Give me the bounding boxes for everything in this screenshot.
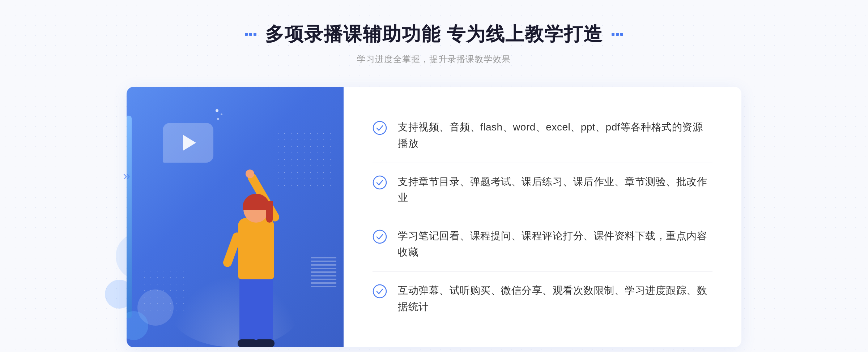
dot-4 [612, 33, 614, 36]
left-panel [127, 87, 344, 347]
svg-point-0 [373, 121, 386, 134]
feature-text-3: 学习笔记回看、课程提问、课程评论打分、课件资料下载，重点内容收藏 [398, 228, 712, 261]
main-title: 多项录播课辅助功能 专为线上教学打造 [265, 22, 603, 47]
feature-item-3: 学习笔记回看、课程提问、课程评论打分、课件资料下载，重点内容收藏 [373, 217, 712, 272]
check-icon-2 [373, 175, 387, 190]
figure-illustration [186, 138, 309, 347]
feature-text-4: 互动弹幕、试听购买、微信分享、观看次数限制、学习进度跟踪、数据统计 [398, 283, 712, 315]
title-dots-left [245, 33, 256, 36]
check-icon-3 [373, 229, 387, 244]
person [234, 196, 278, 347]
dot-6 [620, 33, 623, 36]
feature-text-1: 支持视频、音频、flash、word、excel、ppt、pdf等各种格式的资源… [398, 119, 712, 152]
feature-item-1: 支持视频、音频、flash、word、excel、ppt、pdf等各种格式的资源… [373, 108, 712, 163]
blue-accent-bar [127, 116, 132, 318]
chevron-icon: » [123, 169, 130, 183]
dot-5 [616, 33, 619, 36]
ponytail [266, 201, 273, 223]
svg-point-1 [373, 176, 386, 189]
shoe-right [255, 339, 275, 347]
head [243, 196, 269, 223]
dot-1 [245, 33, 248, 36]
svg-point-2 [373, 230, 386, 243]
subtitle: 学习进度全掌握，提升录播课教学效果 [245, 53, 623, 65]
dot-3 [254, 33, 256, 36]
hand-right [244, 168, 256, 180]
check-icon-1 [373, 121, 387, 135]
right-panel: 支持视频、音频、flash、word、excel、ppt、pdf等各种格式的资源… [344, 87, 741, 347]
svg-point-3 [373, 285, 386, 298]
feature-item-4: 互动弹幕、试听购买、微信分享、观看次数限制、学习进度跟踪、数据统计 [373, 272, 712, 326]
stripes-decoration [311, 257, 336, 289]
title-row: 多项录播课辅助功能 专为线上教学打造 [245, 22, 623, 47]
sparkle-dot-1 [216, 109, 218, 112]
dot-2 [249, 33, 252, 36]
feature-text-2: 支持章节目录、弹题考试、课后练习、课后作业、章节测验、批改作业 [398, 174, 712, 206]
leg-left [239, 275, 256, 344]
leg-right [256, 275, 273, 344]
sparkle-dot-3 [217, 118, 219, 120]
page-wrapper: » 多项录播课辅助功能 专为线上教学打造 学习进度全掌握，提升录播课教学效果 [0, 0, 868, 352]
title-dots-right [612, 33, 623, 36]
feature-item-2: 支持章节目录、弹题考试、课后练习、课后作业、章节测验、批改作业 [373, 163, 712, 218]
sparkle-dot-2 [221, 113, 222, 115]
page-chevrons: » [123, 169, 130, 183]
torso [238, 218, 274, 279]
check-icon-4 [373, 284, 387, 299]
main-card: 支持视频、音频、flash、word、excel、ppt、pdf等各种格式的资源… [127, 87, 741, 347]
header-section: 多项录播课辅助功能 专为线上教学打造 学习进度全掌握，提升录播课教学效果 [245, 22, 623, 65]
